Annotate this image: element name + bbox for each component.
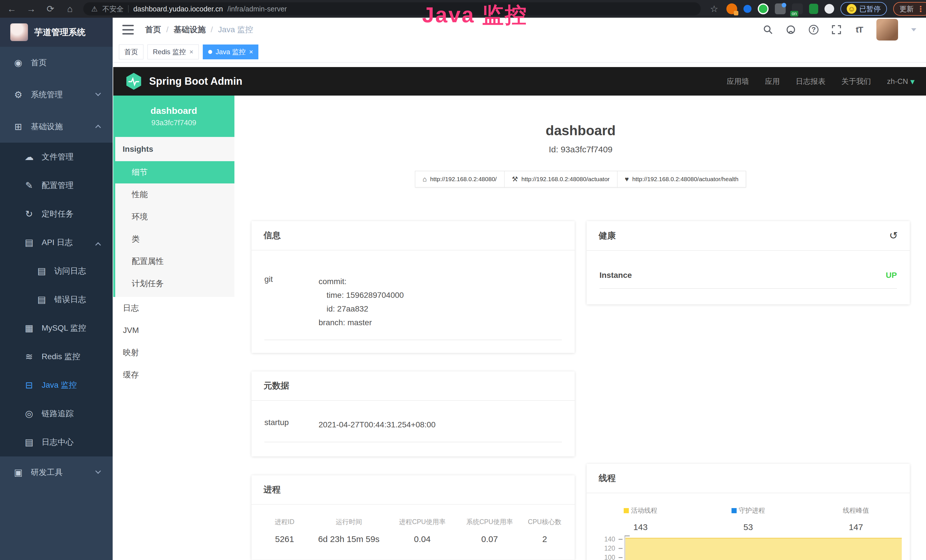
sba-menu-classes[interactable]: 类 <box>115 228 235 250</box>
sidebar-item-label: MySQL 监控 <box>42 322 86 333</box>
process-card-title: 进程 <box>251 475 575 505</box>
sba-menu-mappings[interactable]: 映射 <box>113 342 235 364</box>
not-secure-warning-icon: ⚠ <box>91 5 98 13</box>
github-icon[interactable] <box>785 24 796 35</box>
tab-home[interactable]: 首页 <box>119 44 144 59</box>
sidebar-item-java-monitor[interactable]: ⊟ Java 监控 <box>0 371 113 400</box>
sba-nav-about[interactable]: 关于我们 <box>841 76 871 86</box>
sidebar-item-trace[interactable]: ◎ 链路追踪 <box>0 400 113 428</box>
sba-nav-wallboard[interactable]: 应用墙 <box>727 76 749 86</box>
browser-forward-button[interactable]: → <box>25 3 37 15</box>
browser-back-button[interactable]: ← <box>6 3 18 15</box>
sba-menu-metrics[interactable]: 性能 <box>115 183 235 206</box>
fullscreen-icon[interactable] <box>831 24 842 35</box>
sba-menu-logs[interactable]: 日志 <box>113 297 235 319</box>
uptime-value: 6d 23h 15m 59s <box>309 534 389 544</box>
search-icon[interactable] <box>762 24 774 35</box>
sidebar-item-scheduled-jobs[interactable]: ↻ 定时任务 <box>0 200 113 228</box>
not-secure-label: 不安全 <box>102 4 124 14</box>
y-tick-120: 120 <box>587 545 615 552</box>
sidebar-item-label: 访问日志 <box>54 266 86 277</box>
browser-home-button[interactable]: ⌂ <box>64 3 76 15</box>
browser-update-button[interactable]: 更新 ⋮ <box>893 2 926 16</box>
chevron-down-icon: ▾ <box>910 76 915 86</box>
user-avatar[interactable] <box>876 19 898 41</box>
threads-chart: 140 120 100 <box>587 534 910 560</box>
chevron-up-icon <box>95 125 101 130</box>
sba-nav-applications[interactable]: 应用 <box>765 76 780 86</box>
caret-down-icon[interactable] <box>911 28 916 31</box>
hamburger-icon[interactable] <box>123 25 134 35</box>
git-branch-line: branch: master <box>319 316 404 330</box>
profile-paused-badge[interactable]: ☺ 已暂停 <box>840 2 887 16</box>
daemon-threads-value: 53 <box>694 522 802 532</box>
address-bar[interactable]: ⚠ 不安全 dashboard.yudao.iocoder.cn/infra/a… <box>83 2 701 15</box>
y-axis-cap <box>625 536 630 536</box>
browser-menu-icon[interactable]: ⋮ <box>917 4 924 14</box>
sba-logo-icon <box>125 72 143 91</box>
health-url: http://192.168.0.2:48080/actuator/health <box>632 176 738 183</box>
sba-brand[interactable]: Spring Boot Admin <box>125 72 242 91</box>
legend-label: 活动线程 <box>631 506 657 515</box>
breadcrumb-home[interactable]: 首页 <box>145 24 161 35</box>
breadcrumb-infra[interactable]: 基础设施 <box>174 24 206 35</box>
sba-menu-details[interactable]: 细节 <box>115 161 235 183</box>
sidebar-item-system[interactable]: ⚙ 系统管理 <box>0 79 113 111</box>
col-pid: 进程ID <box>260 518 309 526</box>
gear-icon: ⚙ <box>12 89 24 100</box>
extension-y-icon[interactable] <box>758 3 769 14</box>
sidebar-item-error-log[interactable]: ▤ 错误日志 <box>0 285 113 314</box>
extension-tampermonkey-icon[interactable]: on <box>792 3 803 14</box>
sidebar-item-access-log[interactable]: ▤ 访问日志 <box>0 257 113 285</box>
sba-nav-journal[interactable]: 日志报表 <box>796 76 825 86</box>
locale-label: zh-CN <box>887 77 908 86</box>
tab-java-monitor[interactable]: Java 监控 × <box>203 44 259 59</box>
sidebar-item-redis-monitor[interactable]: ≋ Redis 监控 <box>0 342 113 371</box>
bookmark-star-icon[interactable]: ☆ <box>708 3 720 15</box>
insights-section: Insights 细节 性能 环境 类 配置属性 计划任务 <box>113 137 235 297</box>
health-url-link[interactable]: ♥ http://192.168.0.2:48080/actuator/heal… <box>617 171 746 188</box>
font-size-icon[interactable]: tT <box>853 24 865 35</box>
extension-leaf-icon[interactable] <box>809 4 818 14</box>
help-icon[interactable]: ? <box>808 24 819 35</box>
sidebar-item-file-manage[interactable]: ☁ 文件管理 <box>0 143 113 171</box>
chevron-down-icon <box>95 91 101 96</box>
tab-redis-monitor[interactable]: Redis 监控 × <box>147 44 199 59</box>
sidebar-item-api-log[interactable]: ▤ API 日志 <box>0 228 113 257</box>
sidebar-item-label: 首页 <box>31 58 47 68</box>
sba-locale-select[interactable]: zh-CN ▾ <box>887 76 915 86</box>
sidebar-item-infra[interactable]: ⊞ 基础设施 <box>0 111 113 143</box>
sba-menu-config-props[interactable]: 配置属性 <box>115 250 235 272</box>
database-icon: ▦ <box>23 322 35 333</box>
extension-grid-icon[interactable] <box>775 3 786 14</box>
cpu-cores-value: 2 <box>523 534 566 544</box>
extensions-puzzle-icon[interactable] <box>825 4 834 14</box>
infra-submenu: ☁ 文件管理 ✎ 配置管理 ↻ 定时任务 ▤ API 日志 ▤ 访问日志 ▤ 错… <box>0 143 113 456</box>
service-url-link[interactable]: ⌂ http://192.168.0.2:48080/ <box>415 171 504 188</box>
close-icon[interactable]: × <box>249 48 253 55</box>
sba-menu-environment[interactable]: 环境 <box>115 206 235 228</box>
info-card: 信息 git commit: time: 1596289704000 id: 2… <box>251 221 575 353</box>
monitor-icon: ⊞ <box>12 121 24 132</box>
col-uptime: 运行时间 <box>309 518 389 526</box>
sba-menu-scheduled-tasks[interactable]: 计划任务 <box>115 272 235 295</box>
instance-id-subtitle: Id: 93a3fc7f7409 <box>251 145 910 154</box>
legend-daemon-threads: 守护进程 <box>694 506 802 515</box>
url-path: /infra/admin-server <box>228 5 287 13</box>
sidebar-item-home[interactable]: ◉ 首页 <box>0 47 113 79</box>
sidebar-item-log-center[interactable]: ▤ 日志中心 <box>0 428 113 456</box>
sidebar-item-devtools[interactable]: ▣ 研发工具 <box>0 456 113 488</box>
sba-menu-caches[interactable]: 缓存 <box>113 364 235 386</box>
java-monitor-icon: ⊟ <box>23 380 35 390</box>
actuator-url-link[interactable]: ⚒ http://192.168.0.2:48080/actuator <box>504 171 617 188</box>
extension-colorzilla-icon[interactable] <box>726 3 737 14</box>
extension-pin-icon[interactable] <box>743 5 752 13</box>
close-icon[interactable]: × <box>189 48 194 55</box>
sba-menu-jvm[interactable]: JVM <box>113 319 235 342</box>
browser-reload-button[interactable]: ⟳ <box>44 3 56 15</box>
sidebar-item-mysql-monitor[interactable]: ▦ MySQL 监控 <box>0 314 113 342</box>
sidebar-item-config-manage[interactable]: ✎ 配置管理 <box>0 171 113 200</box>
sba-instance-sidebar: dashboard 93a3fc7f7409 Insights 细节 性能 环境… <box>113 95 235 560</box>
history-icon[interactable]: ↺ <box>889 230 898 242</box>
sidebar-logo[interactable]: 芋道管理系统 <box>0 18 113 47</box>
